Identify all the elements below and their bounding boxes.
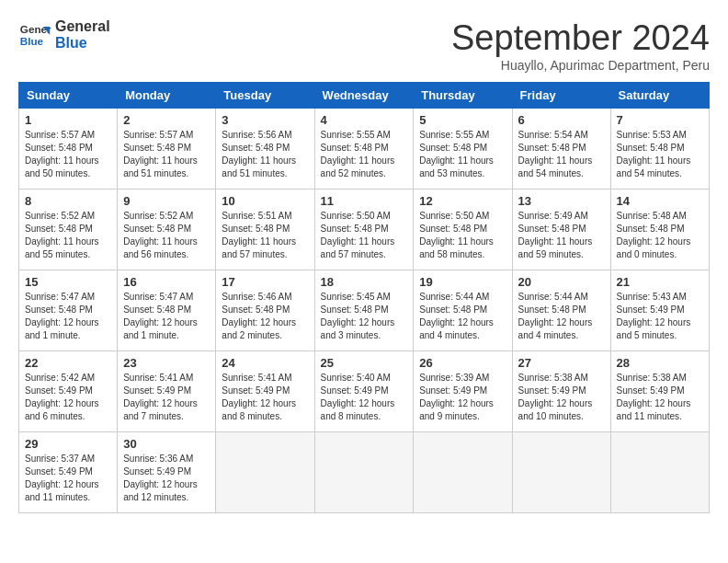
calendar-cell: 10Sunrise: 5:51 AM Sunset: 5:48 PM Dayli…	[216, 190, 314, 270]
svg-text:Blue: Blue	[20, 35, 44, 47]
day-info: Sunrise: 5:56 AM Sunset: 5:48 PM Dayligh…	[222, 129, 308, 180]
calendar-cell: 12Sunrise: 5:50 AM Sunset: 5:48 PM Dayli…	[414, 190, 512, 270]
day-number: 1	[25, 113, 111, 127]
calendar-week-row: 22Sunrise: 5:42 AM Sunset: 5:49 PM Dayli…	[19, 351, 710, 432]
day-number: 12	[419, 194, 506, 208]
calendar-cell: 6Sunrise: 5:54 AM Sunset: 5:48 PM Daylig…	[512, 109, 610, 190]
calendar-week-row: 29Sunrise: 5:37 AM Sunset: 5:49 PM Dayli…	[19, 432, 710, 513]
weekday-header: Saturday	[610, 83, 709, 109]
calendar-cell	[414, 432, 512, 513]
calendar-week-row: 15Sunrise: 5:47 AM Sunset: 5:48 PM Dayli…	[19, 270, 710, 351]
day-number: 19	[419, 275, 506, 289]
weekday-header: Monday	[118, 83, 216, 109]
calendar-cell	[610, 432, 709, 513]
calendar-cell: 5Sunrise: 5:55 AM Sunset: 5:48 PM Daylig…	[414, 109, 512, 190]
day-info: Sunrise: 5:47 AM Sunset: 5:48 PM Dayligh…	[25, 291, 111, 342]
day-info: Sunrise: 5:41 AM Sunset: 5:49 PM Dayligh…	[123, 372, 210, 423]
day-number: 24	[222, 356, 308, 370]
calendar-cell: 18Sunrise: 5:45 AM Sunset: 5:48 PM Dayli…	[314, 270, 414, 351]
day-info: Sunrise: 5:44 AM Sunset: 5:48 PM Dayligh…	[419, 291, 506, 342]
calendar-cell: 22Sunrise: 5:42 AM Sunset: 5:49 PM Dayli…	[19, 351, 118, 432]
day-info: Sunrise: 5:40 AM Sunset: 5:49 PM Dayligh…	[321, 372, 408, 423]
logo-line1: General	[55, 18, 110, 35]
day-info: Sunrise: 5:48 AM Sunset: 5:48 PM Dayligh…	[617, 210, 703, 261]
calendar-table: SundayMondayTuesdayWednesdayThursdayFrid…	[18, 82, 710, 513]
calendar-week-row: 8Sunrise: 5:52 AM Sunset: 5:48 PM Daylig…	[19, 190, 710, 270]
day-number: 26	[419, 356, 506, 370]
logo-icon: General Blue	[18, 18, 51, 52]
calendar-cell: 21Sunrise: 5:43 AM Sunset: 5:49 PM Dayli…	[610, 270, 709, 351]
calendar-cell	[216, 432, 314, 513]
day-info: Sunrise: 5:53 AM Sunset: 5:48 PM Dayligh…	[617, 129, 703, 180]
day-number: 2	[123, 113, 210, 127]
calendar-cell: 24Sunrise: 5:41 AM Sunset: 5:49 PM Dayli…	[216, 351, 314, 432]
calendar-cell: 16Sunrise: 5:47 AM Sunset: 5:48 PM Dayli…	[118, 270, 216, 351]
calendar-week-row: 1Sunrise: 5:57 AM Sunset: 5:48 PM Daylig…	[19, 109, 710, 190]
calendar-cell: 2Sunrise: 5:57 AM Sunset: 5:48 PM Daylig…	[118, 109, 216, 190]
weekday-header: Sunday	[19, 83, 118, 109]
day-info: Sunrise: 5:57 AM Sunset: 5:48 PM Dayligh…	[25, 129, 111, 180]
weekday-header: Wednesday	[314, 83, 414, 109]
day-info: Sunrise: 5:38 AM Sunset: 5:49 PM Dayligh…	[617, 372, 703, 423]
page-header: General Blue General Blue September 2024…	[18, 18, 710, 73]
calendar-cell: 3Sunrise: 5:56 AM Sunset: 5:48 PM Daylig…	[216, 109, 314, 190]
day-number: 8	[25, 194, 111, 208]
day-number: 29	[25, 437, 111, 451]
day-info: Sunrise: 5:43 AM Sunset: 5:49 PM Dayligh…	[617, 291, 703, 342]
day-number: 30	[123, 437, 210, 451]
calendar-cell: 14Sunrise: 5:48 AM Sunset: 5:48 PM Dayli…	[610, 190, 709, 270]
calendar-cell: 13Sunrise: 5:49 AM Sunset: 5:48 PM Dayli…	[512, 190, 610, 270]
day-info: Sunrise: 5:55 AM Sunset: 5:48 PM Dayligh…	[321, 129, 408, 180]
day-number: 14	[617, 194, 703, 208]
calendar-cell: 30Sunrise: 5:36 AM Sunset: 5:49 PM Dayli…	[118, 432, 216, 513]
calendar-cell: 19Sunrise: 5:44 AM Sunset: 5:48 PM Dayli…	[414, 270, 512, 351]
calendar-cell: 20Sunrise: 5:44 AM Sunset: 5:48 PM Dayli…	[512, 270, 610, 351]
day-info: Sunrise: 5:39 AM Sunset: 5:49 PM Dayligh…	[419, 372, 506, 423]
calendar-cell: 11Sunrise: 5:50 AM Sunset: 5:48 PM Dayli…	[314, 190, 414, 270]
day-info: Sunrise: 5:42 AM Sunset: 5:49 PM Dayligh…	[25, 372, 111, 423]
calendar-cell: 15Sunrise: 5:47 AM Sunset: 5:48 PM Dayli…	[19, 270, 118, 351]
weekday-header: Friday	[512, 83, 610, 109]
title-block: September 2024 Huayllo, Apurimac Departm…	[451, 18, 710, 73]
day-number: 4	[321, 113, 408, 127]
calendar-body: 1Sunrise: 5:57 AM Sunset: 5:48 PM Daylig…	[19, 109, 710, 513]
day-number: 25	[321, 356, 408, 370]
day-info: Sunrise: 5:50 AM Sunset: 5:48 PM Dayligh…	[321, 210, 408, 261]
logo-line2: Blue	[55, 35, 110, 52]
calendar-cell	[512, 432, 610, 513]
location: Huayllo, Apurimac Department, Peru	[451, 58, 710, 73]
day-number: 27	[518, 356, 605, 370]
day-number: 20	[518, 275, 605, 289]
calendar-cell: 28Sunrise: 5:38 AM Sunset: 5:49 PM Dayli…	[610, 351, 709, 432]
day-number: 6	[518, 113, 605, 127]
calendar-cell: 27Sunrise: 5:38 AM Sunset: 5:49 PM Dayli…	[512, 351, 610, 432]
day-number: 5	[419, 113, 506, 127]
day-info: Sunrise: 5:41 AM Sunset: 5:49 PM Dayligh…	[222, 372, 308, 423]
day-number: 13	[518, 194, 605, 208]
day-number: 17	[222, 275, 308, 289]
day-number: 7	[617, 113, 703, 127]
day-info: Sunrise: 5:46 AM Sunset: 5:48 PM Dayligh…	[222, 291, 308, 342]
calendar-cell: 25Sunrise: 5:40 AM Sunset: 5:49 PM Dayli…	[314, 351, 414, 432]
day-info: Sunrise: 5:49 AM Sunset: 5:48 PM Dayligh…	[518, 210, 605, 261]
calendar-cell: 8Sunrise: 5:52 AM Sunset: 5:48 PM Daylig…	[19, 190, 118, 270]
calendar-cell	[314, 432, 414, 513]
day-info: Sunrise: 5:36 AM Sunset: 5:49 PM Dayligh…	[123, 453, 210, 504]
day-info: Sunrise: 5:55 AM Sunset: 5:48 PM Dayligh…	[419, 129, 506, 180]
day-info: Sunrise: 5:47 AM Sunset: 5:48 PM Dayligh…	[123, 291, 210, 342]
day-number: 11	[321, 194, 408, 208]
day-number: 3	[222, 113, 308, 127]
day-number: 10	[222, 194, 308, 208]
weekday-header: Thursday	[414, 83, 512, 109]
day-info: Sunrise: 5:52 AM Sunset: 5:48 PM Dayligh…	[123, 210, 210, 261]
day-number: 21	[617, 275, 703, 289]
day-info: Sunrise: 5:52 AM Sunset: 5:48 PM Dayligh…	[25, 210, 111, 261]
day-number: 22	[25, 356, 111, 370]
calendar-cell: 4Sunrise: 5:55 AM Sunset: 5:48 PM Daylig…	[314, 109, 414, 190]
logo: General Blue General Blue	[18, 18, 110, 52]
calendar-cell: 9Sunrise: 5:52 AM Sunset: 5:48 PM Daylig…	[118, 190, 216, 270]
day-info: Sunrise: 5:44 AM Sunset: 5:48 PM Dayligh…	[518, 291, 605, 342]
day-number: 16	[123, 275, 210, 289]
calendar-cell: 1Sunrise: 5:57 AM Sunset: 5:48 PM Daylig…	[19, 109, 118, 190]
day-info: Sunrise: 5:50 AM Sunset: 5:48 PM Dayligh…	[419, 210, 506, 261]
